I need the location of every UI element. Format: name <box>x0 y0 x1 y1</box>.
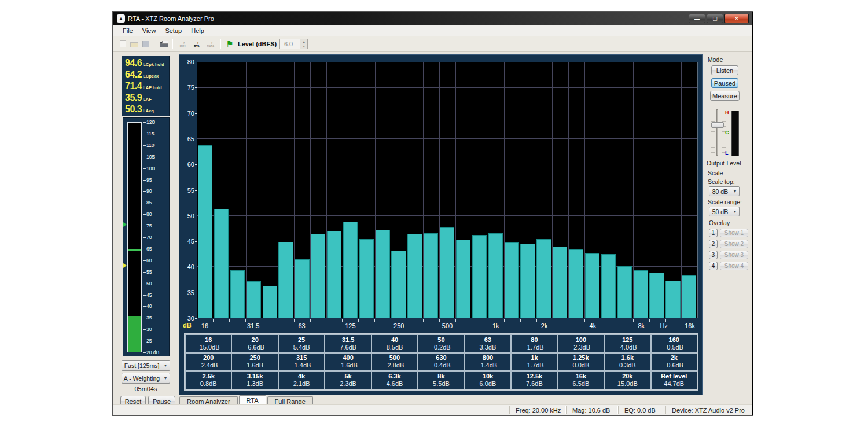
x-axis-label-500: 500 <box>442 322 453 329</box>
spectrum-bar-500 <box>440 227 454 318</box>
x-axis-tick <box>569 319 569 322</box>
table-cell-value: -1.4dB <box>292 362 311 369</box>
measurement-label: LAF <box>143 97 152 102</box>
spin-up-icon[interactable]: ▲ <box>300 39 307 44</box>
menu-file[interactable]: File <box>118 26 138 35</box>
overlay-show-4-button[interactable]: Show 4 <box>720 262 748 270</box>
x-axis-tick <box>213 319 214 322</box>
transfer-rta-button[interactable]: →RTA <box>190 38 204 50</box>
maximize-button[interactable]: ▢ <box>707 14 723 23</box>
menu-view[interactable]: View <box>138 26 161 35</box>
x-axis-tick <box>229 319 230 322</box>
weighting-value: A - Weighting <box>122 375 161 382</box>
overlay-3-button[interactable]: 3 <box>709 251 718 259</box>
save-file-icon[interactable] <box>140 39 152 49</box>
table-cell-frequency: 20k <box>622 373 632 380</box>
overlay-show-2-button[interactable]: Show 2 <box>720 240 748 248</box>
output-level-slider-thumb[interactable] <box>711 122 724 128</box>
rta-bar-chart <box>197 62 698 318</box>
eq-frequency-table: 16-15.0dB20-6.6dB255.4dB31.57.6dB408.5dB… <box>184 333 698 391</box>
spinner-arrows[interactable]: ▲▼ <box>300 39 307 49</box>
menu-help[interactable]: Help <box>186 26 209 35</box>
title-bar: ▲ RTA - XTZ Room Analyzer Pro ▬ ▢ ✕ <box>113 12 752 25</box>
new-file-icon[interactable] <box>117 39 128 49</box>
spl-meter-peak-line <box>128 249 141 251</box>
overlay-1-button[interactable]: 1 <box>709 229 718 237</box>
gridline-vertical <box>665 62 665 318</box>
table-cell: 12.5k7.6dB <box>511 371 557 389</box>
spectrum-bar-20 <box>214 209 229 318</box>
table-cell: 3.15k1.3dB <box>231 371 278 389</box>
signal-flag-icon[interactable]: ⚑ <box>224 39 236 49</box>
table-cell: 633.3dB <box>465 334 511 353</box>
overlay-4-button[interactable]: 4 <box>709 262 718 270</box>
spectrum-bar-800 <box>472 235 487 318</box>
x-axis-tick <box>407 319 407 322</box>
level-value[interactable]: -6.0 <box>280 39 300 49</box>
meter-tick <box>143 329 146 330</box>
x-axis-tick <box>278 319 278 322</box>
meter-scale-label: 70 <box>146 234 167 240</box>
transfer-rm1-button[interactable]: →RM1 <box>176 38 190 50</box>
spectrum-bar-1.25k <box>505 242 519 318</box>
menu-setup[interactable]: Setup <box>160 26 186 35</box>
x-axis-label-63: 63 <box>298 322 305 329</box>
x-axis-label-16: 16 <box>201 322 208 329</box>
overlay-show-3-button[interactable]: Show 3 <box>720 251 748 259</box>
spectrum-bar-31.5 <box>247 281 261 318</box>
table-cell: 6.3k4.6dB <box>372 371 418 389</box>
meter-tick <box>143 237 146 238</box>
chart-x-axis: 1631.5631252505001k2k4k8kHz16k <box>197 319 698 332</box>
x-axis-label-16k: 16k <box>685 322 695 329</box>
x-axis-tick <box>374 319 375 322</box>
meter-tick <box>143 306 146 307</box>
response-speed-dropdown[interactable]: Fast [125ms] ▼ <box>122 360 170 371</box>
output-level-slider-track[interactable] <box>716 109 718 156</box>
meter-scale-label: 60 <box>146 258 167 263</box>
table-cell-value: -1.6dB <box>339 362 357 369</box>
listen-button[interactable]: Listen <box>711 65 738 75</box>
meter-tick <box>143 180 146 181</box>
x-axis-tick <box>584 319 585 322</box>
paused-button[interactable]: Paused <box>711 78 738 88</box>
meter-scale-label: 25 <box>146 338 167 344</box>
x-axis-label-8k: 8k <box>638 322 645 329</box>
weighting-dropdown[interactable]: A - Weighting ▼ <box>122 373 170 384</box>
print-icon[interactable] <box>158 39 170 49</box>
y-axis-tick <box>195 113 197 114</box>
scale-top-dropdown[interactable]: 80 dB ▼ <box>709 186 740 196</box>
level-spinner[interactable]: -6.0 ▲▼ <box>279 39 308 49</box>
meter-tick <box>143 191 146 192</box>
measure-button[interactable]: Measure <box>710 91 740 101</box>
table-cell: 16-15.0dB <box>185 334 231 353</box>
x-axis-tick <box>682 319 682 322</box>
spectrum-bar-1k <box>488 233 503 318</box>
overlay-2-button[interactable]: 2 <box>709 240 718 248</box>
meter-tick <box>143 122 146 123</box>
measurement-label: LAeq <box>143 108 154 113</box>
open-file-icon[interactable] <box>128 39 140 49</box>
spectrum-bar-315 <box>407 234 422 318</box>
spectrum-bar-40 <box>263 286 277 318</box>
overlay-show-1-button[interactable]: Show 1 <box>720 229 748 237</box>
x-axis-tick <box>504 319 505 322</box>
meter-tick <box>143 214 146 215</box>
y-axis-label: 55 <box>179 187 194 194</box>
minimize-button[interactable]: ▬ <box>689 14 705 23</box>
table-cell-frequency: 250 <box>250 354 260 362</box>
x-axis-tick <box>649 319 650 322</box>
y-axis-label: 50 <box>179 212 194 219</box>
measurement-label: LCpeak <box>143 73 159 79</box>
scale-range-dropdown[interactable]: 50 dB ▼ <box>709 207 740 216</box>
chevron-down-icon: ▼ <box>161 363 170 367</box>
output-level-label: Output Level <box>707 160 741 167</box>
table-cell: 5k2.3dB <box>325 371 371 389</box>
table-cell-value: 1.6dB <box>247 362 263 369</box>
meter-scale-label: 105 <box>146 154 167 160</box>
close-button[interactable]: ✕ <box>724 14 749 23</box>
y-axis-label: 60 <box>179 161 194 168</box>
x-axis-tick <box>439 319 440 322</box>
table-cell-frequency: 40 <box>391 336 398 344</box>
transfer-data-button[interactable]: →DATA <box>204 38 218 50</box>
spin-down-icon[interactable]: ▼ <box>300 44 307 49</box>
